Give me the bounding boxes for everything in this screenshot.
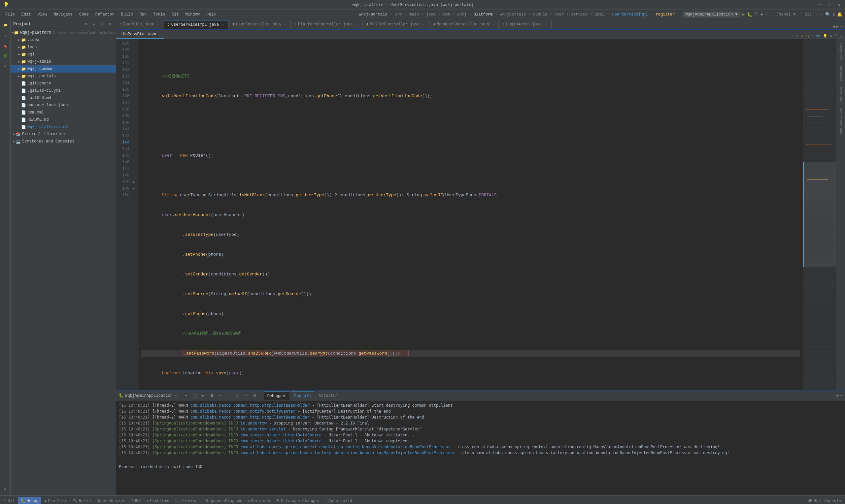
tab-nav-left[interactable]: ◀ (832, 24, 835, 29)
tree-item-idea[interactable]: ▶ 📁 .idea (11, 36, 116, 43)
tree-item-iml[interactable]: ▶ 📄 wqkj-platform.iml (11, 123, 116, 131)
run-config-selector[interactable]: WqkjAdminApplication ▼ (683, 12, 740, 17)
minimize-button[interactable]: ─ (817, 2, 823, 8)
coverage-button[interactable]: 🛡 (754, 12, 758, 17)
menu-item-file[interactable]: File (3, 11, 17, 18)
tree-item-external-libs[interactable]: ▶ 📚 External Libraries (11, 131, 116, 138)
nav-sequence[interactable]: SequenceDiagram (203, 497, 244, 504)
left-icon-bookmarks[interactable]: 🔖 (1, 41, 10, 51)
menu-item-code[interactable]: Code (76, 11, 91, 18)
debug-subtab-debugger[interactable]: Debugger (264, 392, 290, 400)
debug-stop[interactable]: ⬛ (191, 392, 199, 400)
nav-services[interactable]: ⚙ Services (245, 497, 272, 504)
search-everywhere[interactable]: 🔍 (825, 12, 830, 17)
panel-toolbar-close[interactable]: ✕ (107, 21, 113, 28)
tree-item-gitignore[interactable]: ▶ 📄 .gitignore (11, 80, 116, 87)
menu-item-window[interactable]: Window (183, 11, 203, 18)
debug-subtab-actuator[interactable]: Actuator (316, 392, 341, 400)
tree-item-package-lock[interactable]: ▶ 📄 package-lock.json (11, 102, 116, 109)
tab-usercontroller[interactable]: J UserController.java ✕ (229, 20, 291, 29)
tab-close-rsautils[interactable]: ✕ (156, 22, 160, 27)
panel-toolbar-sort[interactable]: ≡ (91, 21, 98, 28)
menu-item-navigate[interactable]: Navigate (51, 11, 75, 18)
tab-close-usercontroller[interactable]: ✕ (283, 22, 287, 27)
debug-tab-close[interactable]: ✕ (175, 394, 177, 398)
tree-item-pom[interactable]: ▶ 📄 pom.xml (11, 109, 116, 116)
notifications-button[interactable]: 🔔 (837, 12, 842, 17)
debug-step-into[interactable]: ↓ (225, 392, 233, 400)
code-content[interactable]: //校验验证码 validVerificationCode(Constants.… (139, 39, 803, 390)
panel-toolbar-gear[interactable]: ⚙ (83, 21, 89, 28)
debug-settings[interactable]: ⚙ (837, 393, 839, 398)
close-button[interactable]: ✕ (837, 2, 842, 8)
right-tab-notifications[interactable]: Notifications (838, 107, 843, 135)
panel-toolbar-layout[interactable]: ⊞ (99, 21, 105, 28)
tab-managercontroller[interactable]: J ManagerController.java ✕ (429, 20, 499, 29)
debug-button[interactable]: 🐛 (747, 12, 752, 17)
menu-item-run[interactable]: Run (137, 11, 149, 18)
tab-close-managercontroller[interactable]: ✕ (491, 22, 495, 27)
tree-item-logs[interactable]: ▶ 📁 logs (11, 43, 116, 51)
right-tab-database[interactable]: Database (838, 65, 843, 83)
tree-item-readme[interactable]: ▶ 📄 README.md (11, 116, 116, 123)
maximize-button[interactable]: □ (827, 2, 832, 8)
nav-problems[interactable]: ⚠ Problems (144, 497, 172, 504)
nav-todo[interactable]: TODO (128, 497, 143, 504)
debug-minimize[interactable]: ─ (840, 394, 842, 398)
tree-item-sql[interactable]: ▶ 📁 sql (11, 51, 116, 58)
tab2-uppassdto[interactable]: J UpPassDto.java ✕ (116, 31, 164, 39)
menu-item-tools[interactable]: Tools (151, 11, 168, 18)
menu-item-git[interactable]: Git (169, 11, 181, 18)
tab-menu[interactable]: ▾ (840, 24, 842, 29)
left-icon-structure[interactable]: 🌿 (1, 52, 10, 61)
settings-button[interactable]: ⚙ (832, 12, 835, 17)
nav-db-changes[interactable]: 🗄 Database Changes (273, 497, 321, 504)
tab-close-userserviceimpl[interactable]: ✕ (221, 22, 225, 27)
debug-run-to-cursor[interactable]: → (242, 392, 250, 400)
tree-item-scratches[interactable]: ▶ 💻 Scratches and Consoles (11, 138, 116, 145)
left-icon-jrebel[interactable]: J (1, 61, 10, 71)
right-tab-endpoints[interactable]: Endpoints (838, 41, 843, 62)
profile-button[interactable]: ◉ (760, 12, 763, 17)
collapse-icon[interactable]: ⌄ (840, 33, 842, 39)
tab2-close[interactable]: ✕ (159, 32, 161, 36)
menu-item-edit[interactable]: Edit (19, 11, 34, 18)
debug-subtab-console[interactable]: Console (291, 392, 314, 400)
tab-userserviceimpl[interactable]: J UserServiceImpl.java ✕ (164, 20, 229, 29)
menu-item-build[interactable]: Build (118, 11, 135, 18)
expand-icon[interactable]: ⌃ (834, 33, 837, 39)
nav-auto-build[interactable]: ⚠ Auto-build (322, 497, 355, 504)
more-run-options[interactable]: ⋯ (765, 12, 767, 17)
nav-terminal[interactable]: ⬛ Terminal (172, 497, 203, 504)
nav-debug[interactable]: 🐛 Debug (18, 497, 41, 504)
left-icon-settings[interactable]: ⚙ (1, 485, 10, 494)
nav-profiler[interactable]: ◉ Profiler (42, 497, 70, 504)
jrebel-console-btn[interactable]: JRebel Console (805, 497, 844, 504)
right-tab-resttool[interactable]: RestTool (838, 86, 843, 104)
run-button[interactable]: ▶ (742, 12, 745, 17)
tree-item-fastdfs[interactable]: ▶ 📄 FastDFS.md (11, 94, 116, 102)
menu-item-view[interactable]: View (35, 11, 50, 18)
nav-dependencies[interactable]: Dependencies (94, 497, 128, 504)
left-icon-project[interactable]: 📁 (1, 20, 10, 30)
menu-item-refactor[interactable]: Refactor (93, 11, 117, 18)
tree-item-gitlab-ci[interactable]: ▶ 📄 .gitlab-ci.yml (11, 87, 116, 94)
menu-item-help[interactable]: Help (204, 11, 218, 18)
tab-close-publiccontroller[interactable]: ✕ (421, 22, 426, 27)
tab-close-platformcontroller[interactable]: ✕ (354, 22, 359, 27)
nav-build[interactable]: 🔨 Build (70, 497, 93, 504)
tab-rsautils[interactable]: J RsaUtils.java ✕ (116, 20, 164, 29)
debug-step-over[interactable]: ↷ (216, 392, 225, 400)
debug-pause[interactable]: ⏸ (208, 392, 216, 400)
debug-evaluate[interactable]: ⊞ (251, 392, 259, 400)
tab-loginadmin[interactable]: J LoginAdmin.java ✕ (499, 20, 551, 29)
tree-item-wqkj-common[interactable]: ▶ 📁 wqkj-common (11, 65, 116, 73)
debug-step-out[interactable]: ↑ (234, 392, 242, 400)
tab-nav-right[interactable]: ▶ (837, 24, 839, 29)
tab-publiccontroller[interactable]: J PublicController.java ✕ (363, 20, 430, 29)
tree-item-wqkj-platform[interactable]: ▼ 📁 wqkj-platform D:\maven-workspace\wqk… (11, 29, 116, 36)
debug-resume[interactable]: ▶ (199, 392, 207, 400)
left-icon-commit[interactable]: ⬆ (1, 32, 10, 41)
tab-close-loginadmin[interactable]: ✕ (543, 22, 548, 27)
nav-git[interactable]: ⑂ Git (1, 497, 17, 504)
